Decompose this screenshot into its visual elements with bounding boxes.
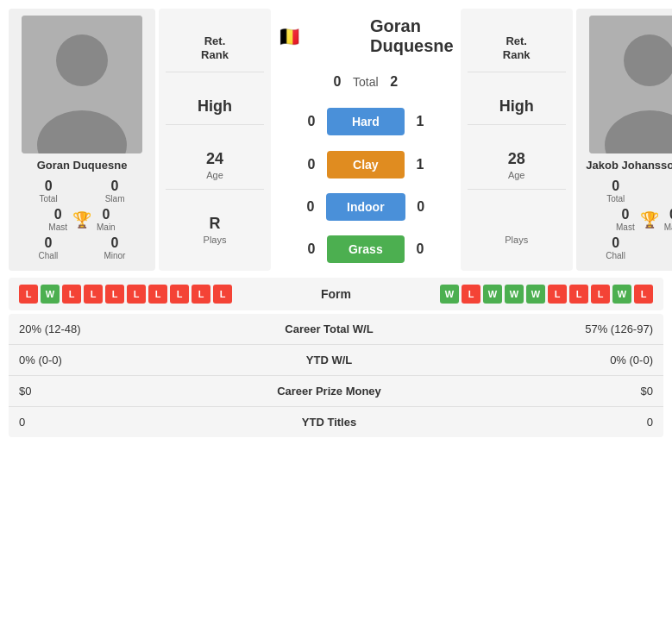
player1-main: 0 Main xyxy=(97,207,116,232)
p2-titles: 0 xyxy=(468,407,663,438)
player1-plays-label: Plays xyxy=(166,235,264,245)
p1-total-score: 0 xyxy=(329,74,346,90)
player1-flag: 🇧🇪 xyxy=(278,26,301,48)
p2-clay-score: 1 xyxy=(411,157,429,172)
player2-total: 0 Total xyxy=(606,178,625,204)
player2-name: Jakob Johansson-Holm xyxy=(586,159,672,172)
player2-plays-item: Plays xyxy=(468,206,566,254)
player1-form-badge-w: W xyxy=(41,285,60,304)
p1-prize: $0 xyxy=(9,376,191,407)
player2-form-badge-w: W xyxy=(505,285,524,304)
total-wl-label: Career Total W/L xyxy=(191,314,467,345)
player1-rank-value: Ret.Rank xyxy=(166,34,264,64)
player1-form-badge-l: L xyxy=(192,285,210,304)
player1-slam: 0 Slam xyxy=(105,178,125,204)
p1-titles: 0 xyxy=(9,407,191,438)
p2-prize: $0 xyxy=(468,376,663,407)
grass-badge: Grass xyxy=(327,235,405,263)
player2-age-label: Age xyxy=(468,170,566,180)
titles-label: YTD Titles xyxy=(191,407,467,438)
p1-grass-score: 0 xyxy=(303,241,320,257)
ytd-wl-row: 0% (0-0) YTD W/L 0% (0-0) xyxy=(9,345,663,376)
player2-form-badge-w: W xyxy=(612,285,631,304)
player1-trophy-icon: 🏆 xyxy=(72,210,91,229)
player1-mast: 0 Mast xyxy=(48,207,67,232)
prize-row: $0 Career Prize Money $0 xyxy=(9,376,663,407)
titles-row: 0 YTD Titles 0 xyxy=(9,407,663,438)
hard-badge: Hard xyxy=(327,108,405,135)
p2-ytd-wl: 0% (0-0) xyxy=(468,345,663,376)
player1-form-badge-l: L xyxy=(170,285,189,304)
indoor-badge: Indoor xyxy=(326,193,405,221)
player1-form-badge-l: L xyxy=(213,285,232,304)
main-container: Goran Duquesne 0 Total 0 Slam 0 Mast xyxy=(0,0,672,446)
player2-form-badge-l: L xyxy=(569,285,588,304)
p2-total-score: 2 xyxy=(386,74,403,90)
player1-rank-item: Ret.Rank xyxy=(166,26,264,73)
player2-age-value: 28 xyxy=(468,150,566,168)
player1-age-label: Age xyxy=(166,170,264,180)
player1-name-top: GoranDuquesne xyxy=(370,16,454,56)
ytd-wl-label: YTD W/L xyxy=(191,345,467,376)
player1-high-item: High xyxy=(166,89,264,125)
player2-main: 0 Main xyxy=(664,207,672,232)
player1-plays-value: R xyxy=(166,215,264,233)
grass-row: 0 Grass 0 xyxy=(278,235,454,263)
p1-clay-score: 0 xyxy=(303,157,320,172)
surface-scores-wrapper: 🇧🇪 GoranDuquesne 0 Total 2 0 Hard 1 0 Cl… xyxy=(274,9,457,271)
player1-stats: 0 Total 0 Slam 0 Mast 🏆 0 xyxy=(16,178,148,264)
p2-total-wl: 57% (126-97) xyxy=(468,314,663,345)
player2-high-item: High xyxy=(468,89,566,125)
player1-age-value: 24 xyxy=(166,150,264,168)
indoor-row: 0 Indoor 0 xyxy=(278,193,454,221)
p1-hard-score: 0 xyxy=(303,114,320,129)
player1-high-value: High xyxy=(166,97,264,116)
career-stats-table: 20% (12-48) Career Total W/L 57% (126-97… xyxy=(9,314,663,437)
p1-ytd-wl: 0% (0-0) xyxy=(9,345,191,376)
p1-indoor-score: 0 xyxy=(302,199,319,215)
player1-age-item: 24 Age xyxy=(166,141,264,190)
player2-card: Jakob Johansson-Holm 0 Total 0 Slam 0 M xyxy=(576,9,672,271)
player2-stats: 0 Total 0 Slam 0 Mast 🏆 0 xyxy=(583,178,672,264)
player1-plays-item: R Plays xyxy=(166,206,264,254)
p2-indoor-score: 0 xyxy=(412,199,430,215)
player2-form-badge-w: W xyxy=(483,285,502,304)
top-section: Goran Duquesne 0 Total 0 Slam 0 Mast xyxy=(9,9,663,271)
player2-form-badge-w: W xyxy=(440,285,459,304)
player2-form-badge-l: L xyxy=(548,285,567,304)
player2-trophy-icon: 🏆 xyxy=(640,210,659,229)
clay-badge: Clay xyxy=(327,151,405,178)
player1-avatar xyxy=(22,16,142,153)
player2-form-badges: WLWWWLLLWL xyxy=(440,285,653,304)
total-wl-row: 20% (12-48) Career Total W/L 57% (126-97… xyxy=(9,314,663,345)
player1-form-badge-l: L xyxy=(19,285,38,304)
player2-form-badge-w: W xyxy=(526,285,545,304)
player1-chall: 0 Chall xyxy=(39,235,59,260)
player2-age-item: 28 Age xyxy=(468,141,566,190)
player2-plays-label: Plays xyxy=(468,235,566,245)
form-section: LWLLLLLLLL Form WLWWWLLLWL xyxy=(9,278,663,310)
player1-form-badge-l: L xyxy=(84,285,103,304)
p2-hard-score: 1 xyxy=(411,114,429,129)
player1-form-badge-l: L xyxy=(127,285,146,304)
clay-row: 0 Clay 1 xyxy=(278,151,454,178)
form-label: Form xyxy=(321,287,351,301)
player2-form-badge-l: L xyxy=(591,285,610,304)
hard-row: 0 Hard 1 xyxy=(278,108,454,135)
player1-center-panel: Ret.Rank High 24 Age R Plays xyxy=(159,9,271,271)
p2-grass-score: 0 xyxy=(411,241,429,257)
p1-total-wl: 20% (12-48) xyxy=(9,314,191,345)
player2-info-panel: Ret.Rank High 28 Age Plays xyxy=(461,9,573,271)
player2-high-text: High xyxy=(468,97,566,116)
total-label: Total xyxy=(353,75,379,89)
player1-minor: 0 Minor xyxy=(104,235,125,260)
player2-form-badge-l: L xyxy=(634,285,653,304)
player2-rank-value: Ret.Rank xyxy=(468,34,566,64)
svg-point-1 xyxy=(56,34,108,86)
player2-mast: 0 Mast xyxy=(616,207,635,232)
total-row: 0 Total 2 xyxy=(329,74,403,90)
player2-avatar xyxy=(589,16,672,153)
player1-card: Goran Duquesne 0 Total 0 Slam 0 Mast xyxy=(9,9,155,271)
player2-form-badge-l: L xyxy=(462,285,480,304)
player1-form-badge-l: L xyxy=(148,285,167,304)
